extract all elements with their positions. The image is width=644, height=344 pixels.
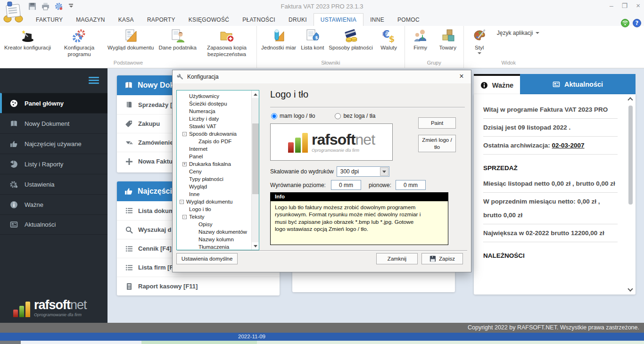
tree-item-internet[interactable]: Internet [178,145,259,153]
tree-item-ceny[interactable]: Ceny [178,168,259,175]
paint-button[interactable]: Paint [418,117,456,129]
tree-scrollbar[interactable] [251,90,259,250]
radio-bez-loga[interactable] [335,113,341,119]
jednostki-miar-button[interactable]: Jednostki miar [259,27,298,52]
tab-ustawienia[interactable]: USTAWIENIA [314,13,363,26]
dialog-close-button[interactable]: × [457,72,466,81]
defaults-button[interactable]: Ustawienia domyślne [176,253,238,264]
sales-prev-text: W poprzednim miesiącu netto: 0,00 zł , b… [483,193,618,224]
wyglad-dokumentu-button[interactable]: Wygląd dokumentu [105,27,156,52]
online-status-icon[interactable] [621,19,629,27]
tab-raporty[interactable]: RAPORTY [140,14,182,26]
kreator-konfiguracji-button[interactable]: Kreator konfiguracji [2,27,53,52]
dashboard-icon [9,99,18,107]
tree-item-typy-platnosci[interactable]: Typy płatności [178,175,259,183]
tab-druki[interactable]: DRUKI [282,14,314,26]
zapasowa-kopia-button[interactable]: Zapasowa kopia bezpieczeństwa [199,27,255,58]
jezyk-aplikacji-button[interactable]: Język aplikacji [493,27,544,39]
sidebar-item-listy-i-raporty[interactable]: Listy i Raporty [0,154,107,174]
tree-item-opisy[interactable]: Opisy [178,221,259,228]
tab-wazne[interactable]: Ważne [474,74,520,94]
minimize-button[interactable]: – [610,2,613,9]
vertical-align-input[interactable] [396,180,426,190]
combo-dropdown-icon[interactable] [380,167,388,176]
sidebar-item-nowy-dokument[interactable]: Nowy Dokument [0,113,107,133]
tree-item-stawki-vat[interactable]: Stawki VAT [178,123,259,130]
tab-pomoc[interactable]: POMOC [391,14,426,26]
tree-item-sposob-drukowania[interactable]: -Sposób drukowania [178,130,259,138]
maximize-button[interactable]: ❐ [622,2,628,9]
tree-item-teksty[interactable]: -Teksty [178,213,259,221]
zapisz-button[interactable]: Zapisz [421,253,463,264]
dpi-select[interactable]: 300 dpi [337,166,389,177]
scrollbar-thumb[interactable] [628,106,633,205]
document-ruler-icon [123,28,139,44]
scroll-up-icon[interactable] [252,90,259,98]
tree-expander-icon[interactable]: - [182,215,187,219]
tree-item-logo-i-tlo[interactable]: Logo i tło [178,205,259,213]
sidebar-item-aktualnosci[interactable]: Aktualności [0,214,107,235]
tab-inne[interactable]: INNE [363,14,391,26]
tab-kasa[interactable]: KASA [112,14,140,26]
tree-item-liczby-i-daty[interactable]: Liczby i daty [178,115,259,123]
tree-item-tlumaczenia[interactable]: Tłumaczenia [178,243,259,250]
tree-item-zapis-do-pdf[interactable]: Zapis do PDF [178,138,259,145]
settings-icon[interactable] [54,2,63,10]
tree-item-nazwy-kolumn[interactable]: Nazwy kolumn [178,236,259,243]
scroll-down-icon[interactable] [627,286,633,291]
tree-item-sciezki-dostepu[interactable]: Ścieżki dostępu [178,100,259,107]
zamknij-button[interactable]: Zamknij [376,253,418,264]
scaling-label: Skalowanie do wydruków [270,168,334,175]
dane-podatnika-button[interactable]: Dane podatnika [156,27,199,52]
tree-item-nazwy-dokumentow[interactable]: Nazwy dokumentów [178,228,259,236]
tab-magazyn[interactable]: MAGAZYN [69,14,111,26]
scroll-down-icon[interactable] [252,242,259,250]
tree-item-drukarka-fiskalna[interactable]: +Drukarka fiskalna [178,160,259,168]
styl-button[interactable]: Styl [466,27,493,55]
ribbon: Kreator konfiguracji Konfiguracja progra… [0,26,644,68]
sidebar: Panel główny Nowy Dokument Najczęściej u… [0,68,107,323]
scrollbar-thumb[interactable] [252,123,259,194]
hamburger-menu-icon[interactable] [89,77,99,84]
sposoby-platnosci-button[interactable]: Sposoby płatności [326,27,375,52]
app-logo-icon[interactable] [3,1,24,24]
right-panel-scrollbar[interactable] [627,97,634,292]
ribbon-group-podstawowe: Kreator konfiguracji Konfiguracja progra… [0,26,257,68]
horizontal-align-input[interactable] [331,180,361,190]
tab-platnosci[interactable]: PŁATNOŚCI [236,14,282,26]
tree-item-panel[interactable]: Panel [178,153,259,160]
logo-bars-icon [13,302,30,317]
firmy-button[interactable]: Firmy [407,27,434,52]
waluty-button[interactable]: Waluty [375,27,403,52]
radio-mam-logo[interactable] [271,113,277,119]
lista-kont-button[interactable]: Lista kont [298,27,326,52]
sidebar-item-najczesciej-uzywane[interactable]: Najczęściej używane [0,133,107,154]
tree-item-wyglad[interactable]: Wygląd [178,183,259,190]
save-icon[interactable] [27,2,37,10]
person-document-icon [170,28,186,44]
tree-expander-icon[interactable]: + [182,162,187,166]
tab-faktury[interactable]: FAKTURY [29,14,69,26]
tree-item-numeracja[interactable]: Numeracja [178,107,259,115]
change-logo-button[interactable]: Zmień logo / tło [418,135,456,152]
archive-date-link[interactable]: 02-03-2007 [552,142,585,149]
tree-item-wyglad-dokumentu[interactable]: -Wygląd dokumentu [178,198,259,205]
scroll-up-icon[interactable] [627,97,633,102]
tab-aktualnosci[interactable]: Aktualności [520,74,636,94]
print-icon[interactable] [41,2,50,10]
sidebar-item-panel-glowny[interactable]: Panel główny [0,93,107,113]
book-icon [124,81,133,90]
tree-expander-icon[interactable]: - [182,132,187,136]
tree-expander-icon[interactable]: - [180,200,184,204]
help-icon[interactable] [633,19,641,27]
menu-item-raport-kasowy[interactable]: Raport kasowy [F11] [117,277,280,295]
tree-item-inne[interactable]: Inne [178,190,259,198]
tree-item-uzytkownicy[interactable]: Użytkownicy [178,92,259,100]
sidebar-item-ustawienia[interactable]: Ustawienia [0,174,107,194]
sidebar-item-wazne[interactable]: Ważne [0,194,107,214]
qat-customize-caret-icon[interactable] [69,4,74,8]
towary-button[interactable]: Towary [434,27,462,52]
close-button[interactable]: × [636,2,640,9]
tab-ksiegowosc[interactable]: KSIĘGOWOŚĆ [182,14,236,26]
konfiguracja-programu-button[interactable]: Konfiguracja programu [53,27,105,58]
